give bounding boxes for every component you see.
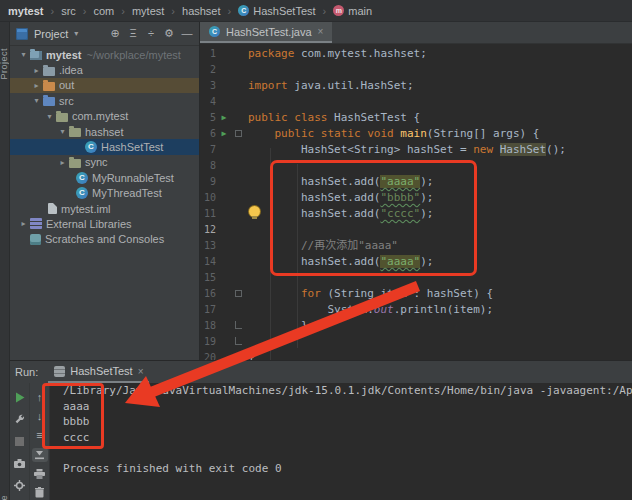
code-line-1[interactable]: 1package com.mytest.hashset; [200,46,632,62]
fold-marker-box[interactable] [232,286,245,302]
tree-item-scratches-and-consoles[interactable]: Scratches and Consoles [10,232,199,247]
breadcrumb-item-mytest[interactable]: mytest [8,5,43,17]
tree-item-label: MyThreadTest [92,187,162,199]
line-number: 20 [200,350,216,360]
breadcrumb-item-hashsettest[interactable]: CHashSetTest [238,5,315,17]
code-line-4[interactable]: 4 [200,94,632,110]
collapse-all-button[interactable]: ÷ [143,27,159,40]
line-number: 13 [200,238,216,254]
stop-button[interactable] [12,434,28,449]
breadcrumb-item-src[interactable]: src [61,5,76,17]
code-line-17[interactable]: 17 System.out.println(item); [200,302,632,318]
build-settings-button[interactable] [12,412,28,427]
tree-item--idea[interactable]: ▸.idea [10,62,199,77]
locate-button[interactable]: ⊕ [107,27,123,40]
line-number: 2 [200,62,216,78]
bottom-toolwindow-button[interactable]: re [0,495,9,500]
breadcrumb-item-label: src [61,5,76,17]
clear-console-button[interactable] [32,486,48,500]
chevron-down-icon[interactable]: ▾ [17,50,30,59]
chevron-down-icon[interactable]: ▾ [30,96,43,105]
chevron-right-icon[interactable]: ▸ [30,81,43,90]
down-stacktrace-button[interactable]: ↓ [32,409,48,423]
line-number: 10 [200,190,216,206]
tree-item-com-mytest[interactable]: ▾com.mytest [10,109,199,124]
fold-slot [232,222,245,238]
code-line-20[interactable]: 20} [200,350,632,360]
code-line-3[interactable]: 3import java.util.HashSet; [200,78,632,94]
hide-panel-button[interactable]: — [179,27,195,40]
code-text: hashSet.add("aaaa"); [245,254,433,270]
breadcrumb-item-com[interactable]: com [93,5,114,17]
editor-tab-hashsettest[interactable]: C HashSetTest.java × [200,22,332,43]
tree-item-hashset[interactable]: ▾hashset [10,124,199,139]
tree-item-hashsettest[interactable]: CHashSetTest [10,139,199,154]
code-line-16[interactable]: 16 for (String item : hashSet) { [200,286,632,302]
console-line: Process finished with exit code 0 [63,461,632,477]
project-toolwindow-button[interactable]: Project [0,48,9,80]
chevron-down-icon[interactable]: ▾ [43,112,56,121]
code-line-19[interactable]: 19 } [200,334,632,350]
code-line-18[interactable]: 18 } [200,318,632,334]
code-line-9[interactable]: 9 hashSet.add("aaaa"); [200,174,632,190]
libraries-icon [30,218,42,229]
expand-all-button[interactable]: Ξ [125,27,141,40]
code-line-13[interactable]: 13 //再次添加"aaaa" [200,238,632,254]
screenshot-button[interactable] [12,456,28,471]
line-number: 3 [200,78,216,94]
up-stacktrace-button[interactable]: ↑ [32,390,48,404]
chevron-down-icon[interactable]: ▾ [56,127,69,136]
gutter-marker-slot [216,318,232,334]
run-tab-hashsettest[interactable]: HashSetTest × [48,362,149,383]
run-line-icon[interactable]: ▶ [216,110,232,126]
settings-gear-button[interactable] [12,478,28,493]
gutter-marker-slot [216,222,232,238]
print-button[interactable] [32,467,48,481]
code-line-7[interactable]: 7 HashSet<String> hashSet = new HashSet(… [200,142,632,158]
tree-item-mythreadtest[interactable]: CMyThreadTest [10,186,199,201]
code-line-12[interactable]: 12 [200,222,632,238]
code-line-8[interactable]: 8 [200,158,632,174]
tree-item-myrunnabletest[interactable]: CMyRunnableTest [10,170,199,185]
code-line-10[interactable]: 10 hashSet.add("bbbb"); [200,190,632,206]
arrow-down-icon: ↓ [37,410,43,422]
fold-marker-end[interactable] [232,318,245,334]
intention-bulb-icon[interactable] [249,206,260,217]
fold-slot [232,62,245,78]
close-icon[interactable]: × [318,26,324,37]
code-line-2[interactable]: 2 [200,62,632,78]
tree-item-mytest[interactable]: ▾mytest~/workplace/mytest [10,47,199,62]
code-token: new [473,143,500,156]
fold-marker-box[interactable] [232,126,245,142]
code-area[interactable]: 1package com.mytest.hashset;2 3import ja… [200,44,632,360]
breadcrumb-item-main[interactable]: mmain [333,5,372,17]
code-line-14[interactable]: 14 hashSet.add("aaaa"); [200,254,632,270]
chevron-right-icon[interactable]: ▸ [17,219,30,228]
run-console[interactable]: /Library/Java/JavaVirtualMachines/jdk-15… [50,383,632,500]
rerun-button[interactable] [12,390,28,405]
tree-item-src[interactable]: ▾src [10,93,199,108]
run-line-icon[interactable]: ▶ [216,126,232,142]
fold-marker-end[interactable] [232,334,245,350]
code-line-15[interactable]: 15 [200,270,632,286]
chevron-right-icon[interactable]: ▸ [30,66,43,75]
code-text: hashSet.add("bbbb"); [245,190,433,206]
code-line-11[interactable]: 11 hashSet.add("cccc"); [200,206,632,222]
code-line-5[interactable]: 5▶public class HashSetTest { [200,110,632,126]
soft-wrap-button[interactable]: ≡ [32,428,48,442]
chevron-right-icon[interactable]: ▸ [56,158,69,167]
breadcrumb-item-hashset[interactable]: hashset [182,5,221,17]
code-line-6[interactable]: 6▶ public static void main(String[] args… [200,126,632,142]
tree-item-mytest-iml[interactable]: mytest.iml [10,201,199,216]
settings-gear-button[interactable]: ⚙ [161,27,177,40]
tree-item-sync[interactable]: ▸sync [10,155,199,170]
breadcrumb-item-mytest[interactable]: mytest [132,5,164,17]
scroll-to-end-button[interactable] [32,448,48,462]
tree-item-external-libraries[interactable]: ▸External Libraries [10,216,199,231]
chevron-down-icon[interactable]: ▾ [74,29,78,38]
trash-icon [35,487,44,498]
project-panel-title[interactable]: Project [34,28,68,40]
close-icon[interactable]: × [138,366,144,377]
fold-box-icon [235,290,242,297]
tree-item-out[interactable]: ▸out [10,78,199,93]
